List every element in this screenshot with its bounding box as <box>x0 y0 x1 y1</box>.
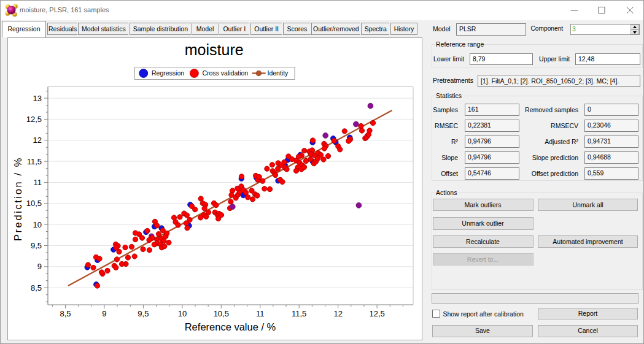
svg-text:11,5: 11,5 <box>292 309 306 318</box>
svg-text:8,5: 8,5 <box>60 309 71 318</box>
svg-text:Cross validation: Cross validation <box>203 69 249 77</box>
svg-text:9: 9 <box>102 309 106 318</box>
svg-text:Reference value / %: Reference value / % <box>185 321 276 332</box>
svg-text:11: 11 <box>34 178 42 187</box>
svg-text:8,5: 8,5 <box>31 283 42 292</box>
svg-text:Regression: Regression <box>152 69 184 77</box>
svg-text:12,5: 12,5 <box>369 309 384 318</box>
svg-text:10,5: 10,5 <box>214 309 229 318</box>
svg-text:10,5: 10,5 <box>26 199 42 208</box>
svg-text:10: 10 <box>178 309 187 318</box>
svg-text:10: 10 <box>33 220 42 229</box>
svg-text:Prediction / %: Prediction / % <box>12 156 23 240</box>
svg-text:9,5: 9,5 <box>31 241 42 250</box>
svg-text:11,5: 11,5 <box>27 156 42 166</box>
svg-text:12,5: 12,5 <box>26 114 42 123</box>
svg-text:9: 9 <box>37 262 42 271</box>
svg-text:12: 12 <box>33 136 42 145</box>
svg-text:11: 11 <box>256 309 265 318</box>
svg-text:Identity: Identity <box>268 69 289 77</box>
svg-text:9,5: 9,5 <box>138 309 149 318</box>
svg-text:13: 13 <box>33 93 42 102</box>
svg-text:12: 12 <box>333 309 342 318</box>
svg-text:moisture: moisture <box>185 41 244 58</box>
